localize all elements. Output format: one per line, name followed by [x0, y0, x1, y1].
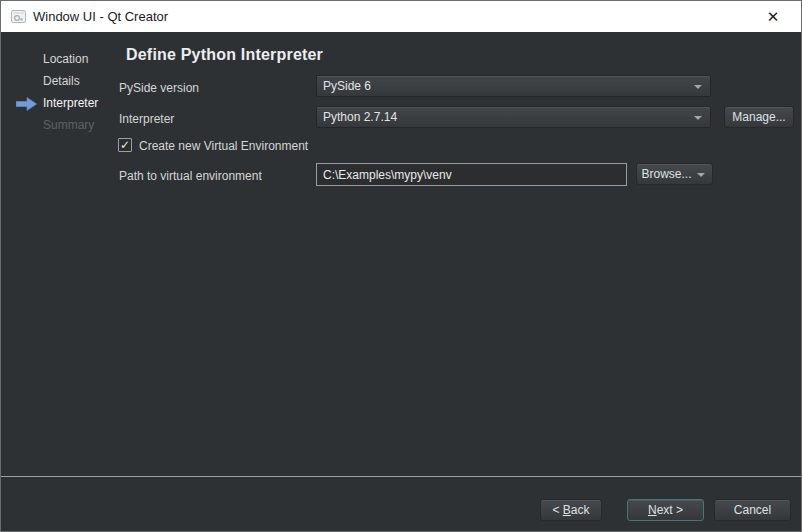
create-venv-label: Create new Virtual Environment: [139, 139, 308, 153]
cancel-button[interactable]: Cancel: [714, 499, 791, 521]
titlebar[interactable]: Window UI - Qt Creator ✕: [1, 1, 801, 32]
chevron-down-icon: [694, 85, 702, 89]
pyside-version-label: PySide version: [119, 81, 199, 95]
sidebar-step-location: Location: [43, 52, 88, 66]
window-title: Window UI - Qt Creator: [33, 1, 168, 32]
browse-button[interactable]: Browse...: [636, 163, 713, 185]
interpreter-label: Interpreter: [119, 112, 174, 126]
sidebar-step-interpreter: Interpreter: [43, 96, 98, 110]
back-button[interactable]: < Back: [540, 499, 602, 521]
check-icon: ✓: [120, 138, 130, 152]
footer-divider: [1, 476, 801, 477]
current-step-arrow-icon: [16, 97, 37, 111]
manage-button[interactable]: Manage...: [724, 106, 794, 128]
page-title: Define Python Interpreter: [126, 46, 323, 64]
interpreter-value: Python 2.7.14: [323, 110, 397, 124]
sidebar-step-details: Details: [43, 74, 80, 88]
create-venv-checkbox[interactable]: ✓: [118, 138, 132, 152]
browse-button-label: Browse...: [641, 167, 691, 181]
cancel-button-label: Cancel: [734, 503, 771, 517]
pyside-version-select[interactable]: PySide 6: [316, 75, 711, 97]
chevron-down-icon: [694, 116, 702, 120]
wizard-dialog: Window UI - Qt Creator ✕ Location Detail…: [0, 0, 802, 532]
venv-path-label: Path to virtual environment: [119, 169, 262, 183]
next-button[interactable]: Next >: [627, 499, 704, 521]
close-icon[interactable]: ✕: [753, 1, 793, 32]
manage-button-label: Manage...: [732, 110, 785, 124]
app-window-icon: [10, 8, 27, 25]
venv-path-input[interactable]: [316, 163, 627, 186]
interpreter-select[interactable]: Python 2.7.14: [316, 106, 711, 128]
chevron-down-icon: [697, 173, 705, 177]
pyside-version-value: PySide 6: [323, 79, 371, 93]
sidebar-step-summary: Summary: [43, 118, 94, 132]
